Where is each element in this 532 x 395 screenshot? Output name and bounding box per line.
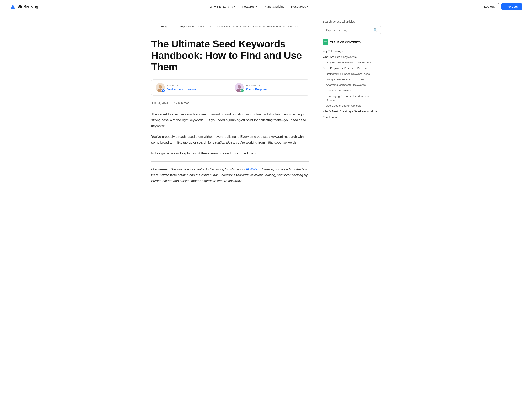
author-written-avatar-wrap: [156, 83, 165, 92]
disclaimer-block: Disclaimer: This article was initially d…: [151, 166, 309, 184]
body-paragraph-1: The secret to effective search engine op…: [151, 111, 309, 129]
nav-plans-pricing[interactable]: Plans & pricing: [264, 5, 284, 8]
toc-item: What's Next: Creating a Seed Keyword Lis…: [323, 109, 381, 115]
breadcrumb-current: The Ultimate Seed Keywords Handbook: How…: [217, 25, 299, 28]
toc-link[interactable]: Seed Keywords Research Process: [323, 66, 381, 71]
toc-link[interactable]: Why Are Seed Keywords Important?: [323, 61, 381, 65]
body-paragraph-2: You've probably already used them withou…: [151, 134, 309, 146]
toc-item: Brainstorming Seed Keyword Ideas: [323, 71, 381, 77]
author-reviewed-section: Reviewed by Olena Karpova: [230, 80, 309, 95]
toc-link[interactable]: What's Next: Creating a Seed Keyword Lis…: [323, 110, 381, 114]
author-written-section: Written by Yevheniia Khromova: [152, 80, 230, 95]
toc-item: Analyzing Competitor Keywords: [323, 82, 381, 88]
logo-icon: [10, 4, 16, 10]
nav-features[interactable]: Features ▾: [242, 5, 257, 9]
toc-title: TABLE OF CONTENTS: [330, 41, 361, 44]
ai-writer-link[interactable]: AI Writer: [246, 168, 259, 171]
toc-item: Seed Keywords Research Process: [323, 66, 381, 71]
author-reviewed-role-label: Reviewed by: [246, 84, 267, 87]
pencil-icon: [162, 90, 164, 92]
author-card: Written by Yevheniia Khromova: [151, 79, 309, 96]
toc-item: Why Are Seed Keywords Important?: [323, 60, 381, 66]
toc-item: Checking the SERP: [323, 88, 381, 93]
search-label: Search across all articles: [323, 20, 381, 23]
article-date: Jun 04, 2024: [151, 101, 168, 105]
logout-button[interactable]: Log out: [480, 3, 499, 10]
toc-header: TABLE OF CONTENTS: [323, 39, 381, 45]
author-written-info: Written by Yevheniia Khromova: [167, 84, 196, 91]
toc-item: Use Google Search Console: [323, 103, 381, 109]
toc-item: What Are Seed Keywords?: [323, 54, 381, 60]
author-reviewed-info: Reviewed by Olena Karpova: [246, 84, 267, 91]
search-icon[interactable]: 🔍: [374, 28, 378, 32]
toc-link[interactable]: Brainstorming Seed Keyword Ideas: [323, 72, 381, 76]
nav-why-se-ranking[interactable]: Why SE Ranking ▾: [209, 5, 235, 9]
toc-item: Using Keyword Research Tools: [323, 77, 381, 82]
nav-actions: Log out Projects: [480, 3, 522, 10]
article-read-time: 12 min read: [174, 101, 190, 105]
toc-link[interactable]: Using Keyword Research Tools: [323, 78, 381, 82]
toc-icon: [323, 39, 328, 45]
nav-resources[interactable]: Resources ▾: [291, 5, 309, 9]
logo-link[interactable]: SE Ranking: [10, 4, 38, 10]
search-box: 🔍: [323, 26, 381, 34]
author-written-badge: [162, 89, 165, 93]
chevron-down-icon: ▾: [255, 5, 257, 9]
search-input[interactable]: [326, 28, 372, 32]
author-written-name[interactable]: Yevheniia Khromova: [167, 88, 196, 91]
main-nav: SE Ranking Why SE Ranking ▾ Features ▾ P…: [0, 0, 532, 13]
main-content: Blog / Keywords & Content / The Ultimate…: [151, 20, 309, 194]
toc-link[interactable]: Use Google Search Console: [323, 104, 381, 108]
meta-dot: •: [171, 101, 172, 105]
breadcrumb-keywords-content[interactable]: Keywords & Content: [179, 25, 204, 28]
breadcrumb: Blog / Keywords & Content / The Ultimate…: [151, 20, 309, 33]
nav-links: Why SE Ranking ▾ Features ▾ Plans & pric…: [209, 5, 308, 9]
article-title: The Ultimate Seed Keywords Handbook: How…: [151, 38, 309, 73]
breadcrumb-sep-1: /: [173, 25, 174, 28]
toc-link[interactable]: What Are Seed Keywords?: [323, 55, 381, 59]
svg-rect-12: [324, 43, 327, 43]
author-reviewed-badge: [240, 89, 244, 93]
svg-rect-10: [324, 41, 327, 42]
checkmark-icon: [241, 90, 243, 92]
svg-point-5: [159, 85, 162, 88]
toc-link[interactable]: Leveraging Customer Feedback and Reviews: [323, 94, 381, 102]
toc-link[interactable]: Key Takeaways: [323, 49, 381, 53]
author-reviewed-name[interactable]: Olena Karpova: [246, 88, 267, 91]
article-meta: Jun 04, 2024 • 12 min read: [151, 101, 309, 105]
article-body: The secret to effective search engine op…: [151, 111, 309, 189]
chevron-down-icon: ▾: [307, 5, 309, 9]
svg-rect-11: [324, 42, 327, 42]
breadcrumb-sep-2: /: [210, 25, 211, 28]
page-wrapper: Blog / Keywords & Content / The Ultimate…: [141, 13, 391, 201]
author-written-role-label: Written by: [167, 84, 196, 87]
svg-point-9: [238, 85, 241, 88]
logo-text: SE Ranking: [17, 4, 38, 9]
divider-1: [151, 161, 309, 162]
list-icon: [324, 41, 327, 44]
toc-item: Conclusion: [323, 115, 381, 120]
breadcrumb-blog[interactable]: Blog: [161, 25, 167, 28]
toc-link[interactable]: Checking the SERP: [323, 89, 381, 93]
author-reviewed-avatar-wrap: [235, 83, 244, 92]
divider-2: [151, 189, 309, 189]
toc-link[interactable]: Conclusion: [323, 115, 381, 120]
projects-button[interactable]: Projects: [501, 3, 522, 10]
sidebar: Search across all articles 🔍 TABLE OF CO…: [323, 20, 381, 194]
body-paragraph-3: In this guide, we will explain what thes…: [151, 150, 309, 156]
toc-link[interactable]: Analyzing Competitor Keywords: [323, 83, 381, 87]
toc-list: Key TakeawaysWhat Are Seed Keywords?Why …: [323, 49, 381, 120]
toc-item: Key Takeaways: [323, 49, 381, 54]
chevron-down-icon: ▾: [234, 5, 236, 9]
toc-item: Leveraging Customer Feedback and Reviews: [323, 93, 381, 103]
